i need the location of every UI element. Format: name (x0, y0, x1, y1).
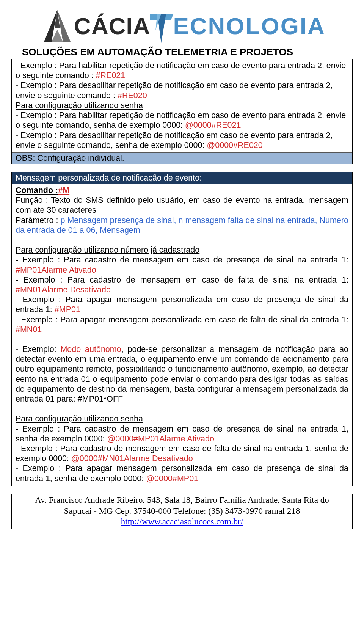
command-code: #M (58, 186, 69, 195)
command-code: #MP01 (55, 305, 80, 314)
example-line: - Exemplo : Para cadastro de mensagem em… (16, 275, 348, 295)
subsection-heading: Para configuração utilizando senha (16, 414, 348, 424)
config-box-repeat: - Exemplo : Para habilitar repetição de … (11, 59, 353, 164)
command-code: @0000#MN01Alarme Desativado (71, 454, 193, 463)
example-line: - Exemplo : Para habilitar repetição de … (16, 61, 348, 80)
subsection-heading: Para configuração utilizando número já c… (16, 245, 348, 255)
mode-label: Modo autônomo (60, 345, 121, 354)
example-line: - Exemplo : Para cadastro de mensagem em… (16, 424, 348, 444)
footer-address-1: Av. Francisco Andrade Ribeiro, 543, Sala… (15, 495, 349, 506)
command-code: #MN01Alarme Desativado (16, 285, 111, 294)
example-line: - Exemplo : Para desabilitar repetição d… (16, 130, 348, 150)
command-code: #MN01 (16, 325, 42, 334)
tagline: SOLUÇÕES EM AUTOMAÇÃO TELEMETRIA E PROJE… (22, 46, 353, 58)
example-line: - Exemplo : Para desabilitar repetição d… (16, 80, 348, 100)
document-header: CÁCIA ECNOLOGIA SOLUÇÕES EM AUTOMAÇÃO TE… (11, 7, 353, 58)
example-line: - Exemplo : Para apagar mensagem persona… (16, 295, 348, 314)
brand-text-2: ECNOLOGIA (173, 13, 325, 39)
command-code: @0000#MP01Alarme Ativado (107, 434, 214, 443)
parameter-line: Parâmetro : p Mensagem presença de sinal… (16, 215, 348, 235)
example-line: - Exemplo : Para cadastro de mensagem em… (16, 255, 348, 275)
parameter-text: p Mensagem presença de sinal, n mensagem… (16, 216, 348, 235)
command-code: @0000#RE020 (207, 141, 262, 150)
example-line: - Exemplo : Para apagar mensagem persona… (16, 315, 348, 334)
obs-note: OBS: Configuração individual. (12, 152, 352, 164)
example-line: - Exemplo : Para habilitar repetição de … (16, 110, 348, 130)
section-title: Mensagem personalizada de notificação de… (12, 172, 352, 184)
command-code: #MP01Alarme Ativado (16, 265, 96, 275)
autonomous-mode-paragraph: - Exemplo: Modo autônomo, pode-se person… (16, 344, 348, 404)
command-code: @0000#RE021 (185, 121, 241, 130)
logo-a-icon (38, 7, 76, 45)
command-code: @0000#MP01 (146, 474, 198, 483)
footer-address-2: Sapucaí - MG Cep. 37540-000 Telefone: (3… (15, 506, 349, 517)
logo-row: CÁCIA ECNOLOGIA (11, 7, 353, 45)
footer: Av. Francisco Andrade Ribeiro, 543, Sala… (11, 494, 353, 529)
subsection-heading: Para configuração utilizando senha (16, 100, 348, 110)
example-line: - Exemplo : Para cadastro de mensagem em… (16, 444, 348, 463)
logo-t-icon (148, 7, 174, 45)
command-code: #RE021 (96, 71, 126, 80)
example-line: - Exemplo : Para apagar mensagem persona… (16, 463, 348, 483)
command-line: Comando :#M (16, 185, 348, 195)
config-box-message: Mensagem personalizada de notificação de… (11, 172, 353, 486)
brand-text-1: CÁCIA (74, 13, 150, 39)
footer-url[interactable]: http://www.acaciasolucoes.com.br/ (121, 517, 243, 526)
function-text: Função : Texto do SMS definido pelo usuá… (16, 195, 348, 215)
command-code: #RE020 (118, 91, 147, 100)
